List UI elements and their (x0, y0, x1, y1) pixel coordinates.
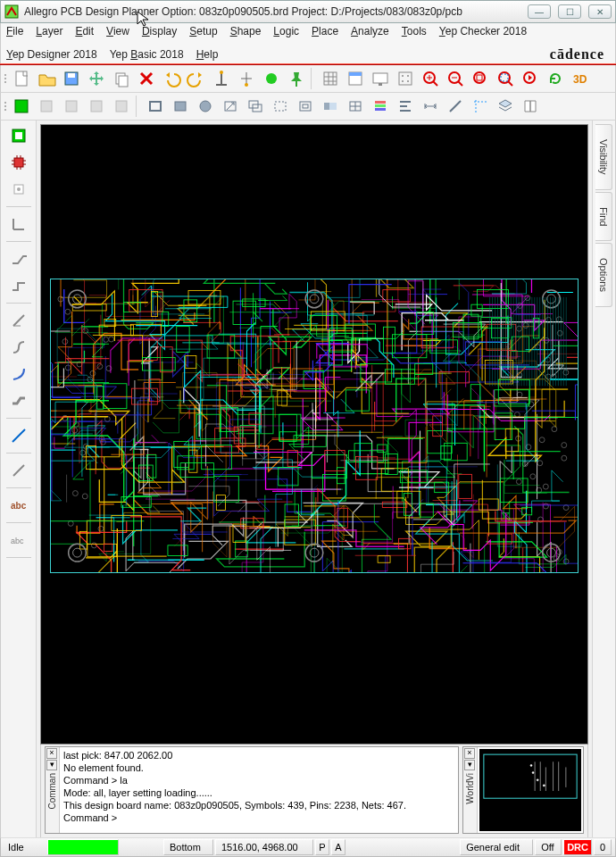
tab-visibility[interactable]: Visibility (595, 124, 612, 190)
arrow-box-icon[interactable] (219, 95, 242, 118)
command-close-icon[interactable]: × (46, 748, 57, 759)
menu-edit[interactable]: Edit (75, 25, 94, 37)
grey-box-1-icon[interactable] (35, 95, 58, 118)
bend-icon[interactable] (7, 336, 30, 359)
view-3d-icon[interactable]: 3D (569, 67, 592, 90)
status-layer[interactable]: Bottom (163, 839, 213, 855)
status-coords: 1516.00, 4968.00 (215, 839, 313, 855)
menu-help[interactable]: Help (196, 48, 219, 61)
dim-icon[interactable] (419, 95, 442, 118)
dot-green-icon[interactable] (260, 67, 283, 90)
grey-box-2-icon[interactable] (60, 95, 83, 118)
dup-rect-icon[interactable] (244, 95, 267, 118)
menu-display[interactable]: Display (142, 25, 177, 37)
svg-point-71 (104, 337, 109, 342)
snap-anchor-icon[interactable] (210, 67, 233, 90)
menu-analyze[interactable]: Analyze (351, 25, 389, 37)
rect-dashed-icon[interactable] (269, 95, 292, 118)
window-icon[interactable] (344, 67, 367, 90)
menu-setup[interactable]: Setup (189, 25, 217, 37)
green-box-icon[interactable] (10, 95, 33, 118)
merge-icon[interactable] (319, 95, 342, 118)
blue-line-icon[interactable] (7, 424, 30, 447)
rect-fill-icon[interactable] (169, 95, 192, 118)
refresh-icon[interactable] (544, 67, 567, 90)
status-a-button[interactable]: A (331, 839, 345, 855)
svg-point-115 (530, 474, 536, 479)
pcb-canvas[interactable] (40, 124, 588, 745)
rect-outline-icon[interactable] (294, 95, 317, 118)
grey-box-3-icon[interactable] (85, 95, 108, 118)
guides-icon[interactable] (469, 95, 492, 118)
snap-center-icon[interactable] (235, 67, 258, 90)
status-p-button[interactable]: P (315, 839, 329, 855)
text-abc-icon[interactable]: abc (7, 494, 30, 517)
svg-point-7 (245, 83, 248, 87)
status-drc-badge[interactable]: DRC (563, 839, 592, 855)
menu-yep-checker-2018[interactable]: Yep Checker 2018 (439, 25, 527, 37)
save-icon[interactable] (60, 67, 83, 90)
abc-small-icon[interactable]: abc (7, 528, 30, 552)
copy-icon[interactable] (110, 67, 133, 90)
micro-icon[interactable] (7, 178, 30, 201)
svg-point-76 (98, 526, 104, 531)
tab-options[interactable]: Options (595, 243, 612, 307)
menu-yep-basic-2018[interactable]: Yep Basic 2018 (110, 48, 184, 61)
minimize-button[interactable]: — (528, 4, 551, 19)
menu-shape[interactable]: Shape (230, 25, 262, 37)
menu-view[interactable]: View (106, 25, 129, 37)
trace-icon[interactable] (7, 389, 30, 412)
zoom-prev-icon[interactable] (519, 67, 542, 90)
grey-box-4-icon[interactable] (110, 95, 133, 118)
tab-find[interactable]: Find (595, 192, 612, 241)
curve-icon[interactable] (7, 362, 30, 386)
pin-icon[interactable] (285, 67, 308, 90)
grid2-icon[interactable] (394, 67, 417, 90)
delete-red-x-icon[interactable] (135, 67, 158, 90)
route-2-icon[interactable] (7, 274, 30, 297)
move-icon[interactable] (85, 67, 108, 90)
rect-icon[interactable] (144, 95, 167, 118)
worldview-pin-icon[interactable]: ▾ (464, 760, 475, 770)
maximize-button[interactable]: ☐ (558, 4, 581, 19)
grid-icon[interactable] (319, 67, 342, 90)
diag-icon[interactable] (444, 95, 467, 118)
menu-file[interactable]: File (6, 25, 23, 37)
svg-rect-204 (216, 495, 225, 511)
angle-icon[interactable] (7, 309, 30, 332)
zoom-fit-icon[interactable] (469, 67, 492, 90)
stack-icon[interactable] (369, 95, 392, 118)
zoom-in-icon[interactable] (419, 67, 442, 90)
menu-yep-designer-2018[interactable]: Yep Designer 2018 (6, 48, 97, 61)
menu-place[interactable]: Place (312, 25, 338, 37)
ortho-icon[interactable] (7, 212, 30, 236)
worldview-close-icon[interactable]: × (464, 748, 475, 759)
zoom-out-icon[interactable] (444, 67, 467, 90)
svg-rect-53 (14, 158, 23, 167)
svg-rect-13 (373, 73, 387, 83)
align-icon[interactable] (394, 95, 417, 118)
new-file-icon[interactable] (10, 67, 33, 90)
menu-layer[interactable]: Layer (36, 25, 62, 37)
menu-logic[interactable]: Logic (273, 25, 299, 37)
worldview-canvas[interactable] (479, 749, 581, 831)
zoom-window-icon[interactable] (494, 67, 517, 90)
placement-green-icon[interactable] (7, 124, 30, 147)
menu-tools[interactable]: Tools (402, 25, 427, 37)
command-log[interactable]: last pick: 847.00 2062.00No element foun… (60, 747, 458, 833)
undo-icon[interactable] (160, 67, 183, 90)
layers-icon[interactable] (494, 95, 517, 118)
screen-icon[interactable] (369, 67, 392, 90)
open-icon[interactable] (35, 67, 58, 90)
command-pin-icon[interactable]: ▾ (46, 760, 57, 770)
close-button[interactable]: ✕ (588, 4, 612, 19)
chip-red-icon[interactable] (7, 151, 30, 174)
slash-icon[interactable] (7, 459, 30, 482)
svg-rect-175 (104, 544, 112, 551)
route-1-icon[interactable] (7, 247, 30, 270)
rect-grid-icon[interactable] (344, 95, 367, 118)
book-icon[interactable] (519, 95, 542, 118)
redo-icon[interactable] (185, 67, 208, 90)
svg-rect-43 (300, 102, 311, 111)
circle-fill-icon[interactable] (194, 95, 217, 118)
